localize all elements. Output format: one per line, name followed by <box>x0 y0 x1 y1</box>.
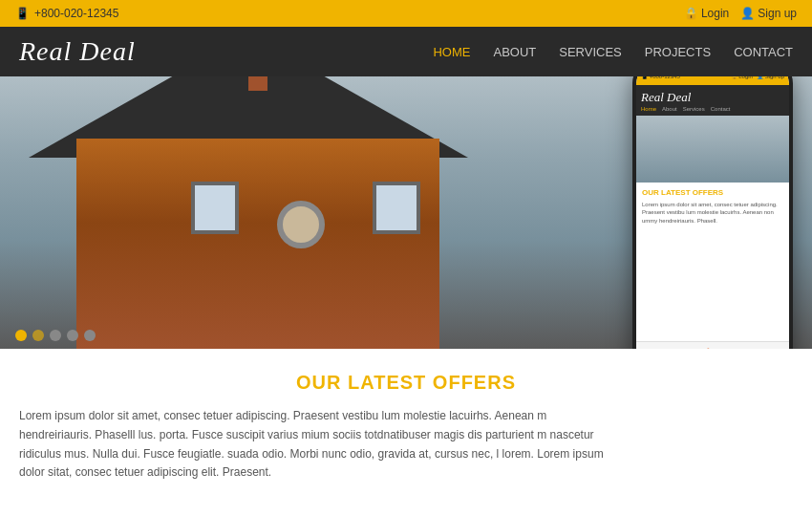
signup-link[interactable]: 👤 Sign up <box>740 7 797 20</box>
phone-bottom-bar: ‹ › 🏠 ⊞ ⋮ <box>636 341 789 349</box>
phone-navbar: Real Deal Home About Services Contact <box>636 85 789 116</box>
phone-hero <box>636 116 789 183</box>
carousel-dot-4[interactable] <box>67 330 78 341</box>
offers-section-title: OUR LATEST OFFERS <box>19 372 793 394</box>
carousel-dot-2[interactable] <box>32 330 44 341</box>
phone-offers: OUR LATEST OFFERS Lorem ipsum dolor sit … <box>636 183 789 230</box>
auth-links: 🔒 Login 👤 Sign up <box>684 7 797 20</box>
chimney-2 <box>248 76 267 91</box>
phone-nav-links: Home About Services Contact <box>641 106 784 112</box>
phone-nav-contact: Contact <box>711 106 731 112</box>
navbar: Real Deal HOME ABOUT SERVICES PROJECTS C… <box>0 27 812 76</box>
phone-topbar-number: 📱 +800-12345 <box>641 76 680 79</box>
hero-background: 📱 +800-12345 🔒 Login 👤 Sign up Real Deal… <box>0 76 812 349</box>
round-window <box>277 201 325 248</box>
phone-logo: Real Deal <box>641 90 784 105</box>
nav-item-services[interactable]: SERVICES <box>559 43 622 60</box>
offers-section-text: Lorem ipsum dolor sit amet, consec tetue… <box>19 407 621 483</box>
login-link[interactable]: 🔒 Login <box>684 7 729 20</box>
phone-forward-icon[interactable]: › <box>675 347 679 350</box>
left-window <box>191 182 239 234</box>
phone-icon: 📱 <box>15 7 30 20</box>
phone-menu-icon[interactable]: ⋮ <box>768 348 778 349</box>
phone-tabs-icon[interactable]: ⊞ <box>737 348 744 349</box>
phone-offers-title: OUR LATEST OFFERS <box>642 188 783 197</box>
phone-nav-home: Home <box>641 106 656 112</box>
carousel-dot-1[interactable] <box>15 330 27 341</box>
phone-offers-text: Lorem ipsum dolor sit amet, consec tetue… <box>642 201 783 225</box>
phone-signup: 👤 Sign up <box>757 76 784 79</box>
phone-topbar: 📱 +800-12345 🔒 Login 👤 Sign up <box>636 76 789 85</box>
content-section: OUR LATEST OFFERS Lorem ipsum dolor sit … <box>0 349 812 498</box>
nav-item-about[interactable]: ABOUT <box>493 43 536 60</box>
nav-item-home[interactable]: HOME <box>433 43 470 60</box>
carousel-dot-3[interactable] <box>50 330 61 341</box>
phone-login: 🔒 Login <box>731 76 753 79</box>
phone-nav-about: About <box>662 106 677 112</box>
house-body <box>76 139 439 349</box>
phone-auth: 🔒 Login 👤 Sign up <box>731 76 784 79</box>
phone-screen: 📱 +800-12345 🔒 Login 👤 Sign up Real Deal… <box>636 76 789 349</box>
phone-home-icon[interactable]: 🏠 <box>702 348 714 349</box>
hero-section: 📱 +800-12345 🔒 Login 👤 Sign up Real Deal… <box>0 76 812 349</box>
right-window <box>373 182 420 234</box>
nav-item-contact[interactable]: CONTACT <box>734 43 793 60</box>
nav-item-projects[interactable]: PROJECTS <box>645 43 711 60</box>
user-icon: 👤 <box>740 7 755 20</box>
site-logo: Real Deal <box>19 36 136 67</box>
carousel-dots[interactable] <box>15 330 96 341</box>
phone-back-icon[interactable]: ‹ <box>648 347 652 350</box>
top-bar: 📱 +800-020-12345 🔒 Login 👤 Sign up <box>0 0 812 27</box>
nav-menu: HOME ABOUT SERVICES PROJECTS CONTACT <box>433 43 793 60</box>
house-illustration <box>0 76 568 349</box>
phone-nav-services: Services <box>683 106 705 112</box>
lock-icon: 🔒 <box>684 7 698 20</box>
phone-mockup: 📱 +800-12345 🔒 Login 👤 Sign up Real Deal… <box>632 76 793 349</box>
carousel-dot-5[interactable] <box>84 330 96 341</box>
phone-number: 📱 +800-020-12345 <box>15 7 118 20</box>
